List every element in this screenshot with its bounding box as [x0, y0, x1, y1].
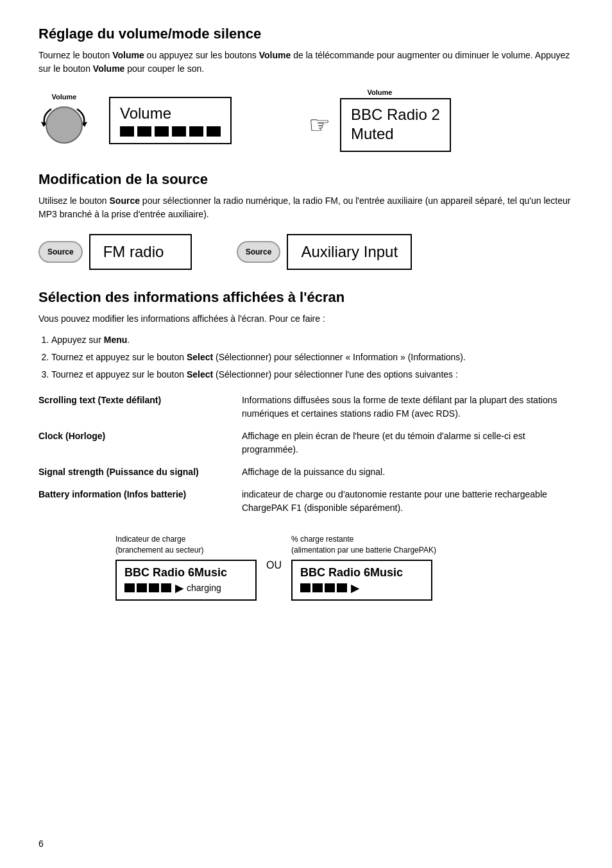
bbc-right-title: BBC Radio 6Music: [300, 566, 423, 580]
step-1: Appuyez sur Menu.: [51, 333, 574, 347]
muted-line1: BBC Radio 2: [351, 106, 440, 124]
bbc-right-bar-3: [325, 583, 335, 592]
bbc-left-charging-text: charging: [187, 583, 221, 593]
section-source: Modification de la source Utilisez le bo…: [38, 171, 574, 270]
knob-graphic: [38, 103, 90, 147]
volume-diagram: Volume Volume: [38, 88, 574, 152]
bbc-left-title: BBC Radio 6Music: [124, 566, 248, 580]
bbc-left-section: Indicateur de charge(branchement au sect…: [115, 534, 257, 601]
bbc-right-display: BBC Radio 6Music ▶: [291, 560, 432, 601]
bbc-section: Indicateur de charge(branchement au sect…: [38, 534, 574, 601]
bbc-left-bars: [124, 583, 171, 592]
bbc-left-bottom-row: ▶ charging: [124, 582, 248, 594]
bbc-right-bottom-row: ▶: [300, 582, 423, 594]
muted-display-box: BBC Radio 2 Muted: [340, 98, 451, 152]
bbc-right-section: % charge restante(alimentation par une b…: [291, 534, 436, 601]
info-table: Scrolling text (Texte défilant) Informat…: [38, 391, 574, 521]
fm-display-text: FM radio: [103, 243, 164, 260]
def-signal: Affichage de la puissance du signal.: [242, 463, 574, 485]
volume-display-title: Volume: [120, 104, 221, 122]
fm-display-box: FM radio: [89, 234, 192, 270]
source-button-1[interactable]: Source: [38, 241, 83, 263]
step-2: Tournez et appuyez sur le bouton Select …: [51, 351, 574, 364]
source-diagram: Source FM radio Source Auxiliary Input: [38, 234, 574, 270]
volume-knob[interactable]: [46, 106, 83, 144]
bbc-right-bar-2: [312, 583, 323, 592]
bbc-left-label: Indicateur de charge(branchement au sect…: [115, 534, 203, 556]
bbc-bar-4: [161, 583, 171, 592]
bbc-left-display: BBC Radio 6Music ▶ charging: [115, 560, 257, 601]
table-row-signal: Signal strength (Puissance du signal) Af…: [38, 463, 574, 485]
steps-list: Appuyez sur Menu. Tournez et appuyez sur…: [51, 333, 574, 381]
vol-bar-2: [137, 126, 151, 137]
vol-bar-1: [120, 126, 134, 137]
table-row-battery: Battery information (Infos batterie) ind…: [38, 485, 574, 521]
bbc-right-bar-4: [337, 583, 347, 592]
section-selection: Sélection des informations affichées à l…: [38, 289, 574, 601]
table-row-clock: Clock (Horloge) Affichage en plein écran…: [38, 427, 574, 463]
muted-vol-label: Volume: [367, 88, 392, 96]
def-battery: indicateur de charge ou d'autonomie rest…: [242, 485, 574, 521]
bbc-bar-1: [124, 583, 135, 592]
section3-intro: Vous pouvez modifier les informations af…: [38, 312, 574, 326]
bbc-right-arrow-icon: ▶: [351, 582, 359, 594]
section2-desc: Utilisez le bouton Source pour sélection…: [38, 194, 574, 221]
table-row-scrolling: Scrolling text (Texte défilant) Informat…: [38, 391, 574, 427]
knob-label: Volume: [52, 93, 77, 101]
muted-diagram: Volume ☞ BBC Radio 2 Muted: [309, 88, 451, 152]
section1-title: Réglage du volume/mode silence: [38, 26, 574, 42]
def-clock: Affichage en plein écran de l'heure (et …: [242, 427, 574, 463]
bbc-bar-2: [137, 583, 147, 592]
volume-bars: [120, 126, 221, 137]
section2-title: Modification de la source: [38, 171, 574, 188]
section3-title: Sélection des informations affichées à l…: [38, 289, 574, 306]
aux-display-text: Auxiliary Input: [301, 243, 398, 260]
def-scrolling: Informations diffusées sous la forme de …: [242, 391, 574, 427]
bbc-right-bars: [300, 583, 347, 592]
term-signal: Signal strength (Puissance du signal): [38, 463, 242, 485]
source-button-2[interactable]: Source: [237, 241, 281, 263]
vol-bar-4: [172, 126, 186, 137]
term-scrolling: Scrolling text (Texte défilant): [38, 391, 242, 427]
section-volume: Réglage du volume/mode silence Tournez l…: [38, 26, 574, 152]
vol-bar-5: [189, 126, 203, 137]
volume-display-box: Volume: [109, 97, 232, 144]
page-number: 6: [38, 839, 44, 849]
term-battery: Battery information (Infos batterie): [38, 485, 242, 521]
touch-hand-icon: ☞: [309, 111, 330, 139]
term-clock: Clock (Horloge): [38, 427, 242, 463]
section1-desc: Tournez le bouton Volume ou appuyez sur …: [38, 49, 574, 76]
bbc-right-label: % charge restante(alimentation par une b…: [291, 534, 436, 556]
vol-bar-3: [155, 126, 169, 137]
ou-label: OU: [257, 560, 291, 571]
aux-display-box: Auxiliary Input: [287, 234, 412, 270]
bbc-right-bar-1: [300, 583, 310, 592]
bbc-bar-3: [149, 583, 159, 592]
step-3: Tournez et appuyez sur le bouton Select …: [51, 368, 574, 381]
vol-bar-6: [207, 126, 221, 137]
bbc-left-arrow-icon: ▶: [175, 582, 183, 594]
muted-line2: Muted: [351, 125, 440, 143]
knob-diagram: Volume: [38, 93, 90, 147]
